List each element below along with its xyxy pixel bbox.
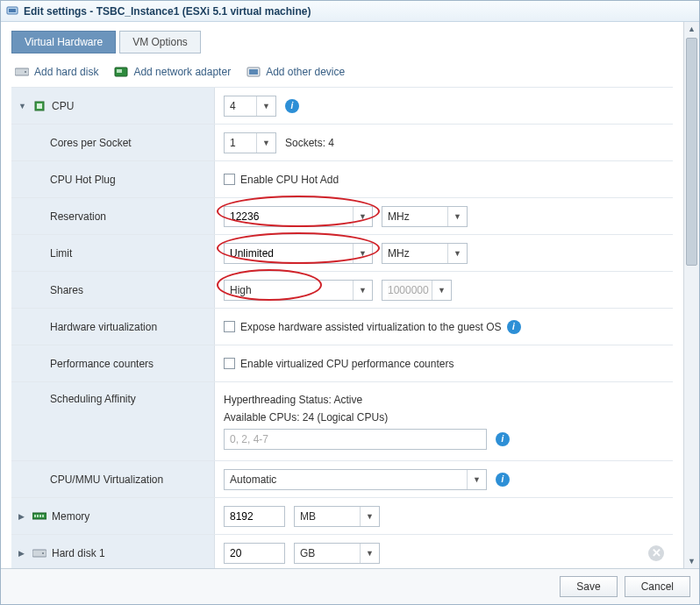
limit-input[interactable] xyxy=(230,245,353,262)
memory-expander[interactable]: ▶ xyxy=(18,512,27,521)
expose-hw-virt-text: Expose hardware assisted virtualization … xyxy=(240,321,502,333)
add-network-adapter-button[interactable]: Add network adapter xyxy=(114,66,231,78)
chevron-down-icon: ▼ xyxy=(432,281,446,300)
cpu-hot-plug-label: CPU Hot Plug xyxy=(50,174,116,186)
limit-combo[interactable]: ▼ xyxy=(224,243,373,264)
shares-select[interactable]: High ▼ xyxy=(224,280,373,301)
svg-rect-9 xyxy=(37,103,42,109)
chevron-down-icon: ▼ xyxy=(360,507,374,526)
memory-input-combo[interactable] xyxy=(224,506,285,527)
limit-unit-value: MHz xyxy=(388,247,410,260)
cpu-mmu-value: Automatic xyxy=(230,473,276,486)
add-network-adapter-label: Add network adapter xyxy=(133,66,231,78)
svg-point-3 xyxy=(25,71,26,73)
remove-disk-button[interactable]: ✕ xyxy=(648,545,664,561)
svg-point-16 xyxy=(42,552,44,554)
enable-cpu-hot-add-checkbox[interactable] xyxy=(224,174,235,185)
dialog-footer: Save Cancel xyxy=(1,568,699,604)
add-hard-disk-label: Add hard disk xyxy=(34,66,98,78)
reservation-unit-select[interactable]: MHz ▼ xyxy=(382,206,468,227)
tab-vm-options[interactable]: VM Options xyxy=(119,31,201,53)
svg-rect-15 xyxy=(32,550,46,557)
info-icon[interactable]: i xyxy=(507,320,521,334)
memory-unit-select[interactable]: MB ▼ xyxy=(294,506,380,527)
chevron-down-icon: ▼ xyxy=(256,133,270,153)
nic-icon xyxy=(114,66,128,78)
reservation-input[interactable] xyxy=(230,208,353,225)
add-other-device-label: Add other device xyxy=(266,66,345,78)
shares-label: Shares xyxy=(50,284,83,296)
hard-disk-icon xyxy=(15,66,29,78)
scheduling-affinity-placeholder: 0, 2, 4-7 xyxy=(230,433,268,445)
svg-rect-12 xyxy=(37,515,39,517)
cpu-count-select[interactable]: 4 ▼ xyxy=(224,96,276,117)
memory-input[interactable] xyxy=(230,508,279,525)
chevron-down-icon: ▼ xyxy=(360,544,374,563)
device-icon xyxy=(246,66,261,78)
memory-icon xyxy=(32,510,46,523)
expose-hw-virt-checkbox[interactable] xyxy=(224,321,235,332)
cores-per-socket-label: Cores per Socket xyxy=(50,137,132,149)
dialog-titlebar: Edit settings - TSBC_Instance1 (ESXi 5.1… xyxy=(1,1,699,22)
scrollbar-thumb[interactable] xyxy=(686,38,697,266)
svg-rect-1 xyxy=(9,9,16,12)
edit-settings-dialog: Edit settings - TSBC_Instance1 (ESXi 5.1… xyxy=(0,0,700,605)
chevron-down-icon: ▼ xyxy=(353,207,367,226)
svg-rect-13 xyxy=(39,515,41,517)
chevron-down-icon: ▼ xyxy=(256,96,270,116)
svg-rect-11 xyxy=(34,515,36,517)
memory-label: Memory xyxy=(52,510,89,523)
hard-disk-expander[interactable]: ▶ xyxy=(18,549,27,558)
info-icon[interactable]: i xyxy=(496,432,510,446)
chevron-down-icon: ▼ xyxy=(467,470,481,489)
tabs: Virtual Hardware VM Options xyxy=(11,31,673,53)
perf-counters-text: Enable virtualized CPU performance count… xyxy=(240,358,454,370)
reservation-label: Reservation xyxy=(50,210,106,223)
cpu-count-value: 4 xyxy=(230,100,236,112)
chevron-down-icon: ▼ xyxy=(353,281,367,300)
chevron-down-icon: ▼ xyxy=(353,244,367,263)
svg-rect-7 xyxy=(249,69,258,75)
add-hardware-actions: Add hard disk Add network adapter Add ot… xyxy=(11,62,673,87)
cores-per-socket-value: 1 xyxy=(230,137,236,149)
vm-icon xyxy=(6,5,18,18)
perf-counters-checkbox[interactable] xyxy=(224,358,235,369)
reservation-unit-value: MHz xyxy=(388,210,410,223)
memory-unit-value: MB xyxy=(300,510,316,523)
sockets-text: Sockets: 4 xyxy=(285,137,334,149)
tab-virtual-hardware[interactable]: Virtual Hardware xyxy=(11,31,116,53)
disk-unit-select[interactable]: GB ▼ xyxy=(294,543,380,564)
scheduling-affinity-label: Scheduling Affinity xyxy=(50,393,136,405)
limit-unit-select[interactable]: MHz ▼ xyxy=(382,243,468,264)
cpu-expander[interactable]: ▼ xyxy=(18,102,27,110)
hard-disk-icon xyxy=(32,547,46,559)
cpu-mmu-select[interactable]: Automatic ▼ xyxy=(224,469,487,490)
cpu-label: CPU xyxy=(52,100,74,112)
hardware-virtualization-label: Hardware virtualization xyxy=(50,321,157,333)
disk-size-input[interactable] xyxy=(230,544,279,562)
shares-number-input xyxy=(388,281,432,299)
cores-per-socket-select[interactable]: 1 ▼ xyxy=(224,132,276,153)
scheduling-affinity-input[interactable]: 0, 2, 4-7 xyxy=(224,429,487,450)
cancel-button[interactable]: Cancel xyxy=(625,576,690,597)
add-other-device-button[interactable]: Add other device xyxy=(246,66,345,78)
disk-unit-value: GB xyxy=(300,547,315,559)
chevron-down-icon: ▼ xyxy=(447,207,461,226)
scroll-up-arrow[interactable]: ▲ xyxy=(684,22,699,36)
svg-rect-14 xyxy=(42,515,44,517)
shares-number-combo[interactable]: ▼ xyxy=(382,280,452,301)
info-icon[interactable]: i xyxy=(496,473,510,487)
performance-counters-label: Performance counters xyxy=(50,358,154,370)
cpu-mmu-virtualization-label: CPU/MMU Virtualization xyxy=(50,473,163,486)
reservation-combo[interactable]: ▼ xyxy=(224,206,373,227)
disk-size-combo[interactable] xyxy=(224,543,285,564)
scroll-down-arrow[interactable]: ▼ xyxy=(684,554,699,568)
available-cpus-text: Available CPUs: 24 (Logical CPUs) xyxy=(224,411,664,424)
add-hard-disk-button[interactable]: Add hard disk xyxy=(15,66,98,78)
info-icon[interactable]: i xyxy=(285,99,299,113)
limit-label: Limit xyxy=(50,247,72,260)
cpu-icon xyxy=(32,100,46,112)
svg-rect-2 xyxy=(15,68,29,75)
vertical-scrollbar[interactable]: ▲ ▼ xyxy=(683,22,699,568)
save-button[interactable]: Save xyxy=(560,576,617,597)
